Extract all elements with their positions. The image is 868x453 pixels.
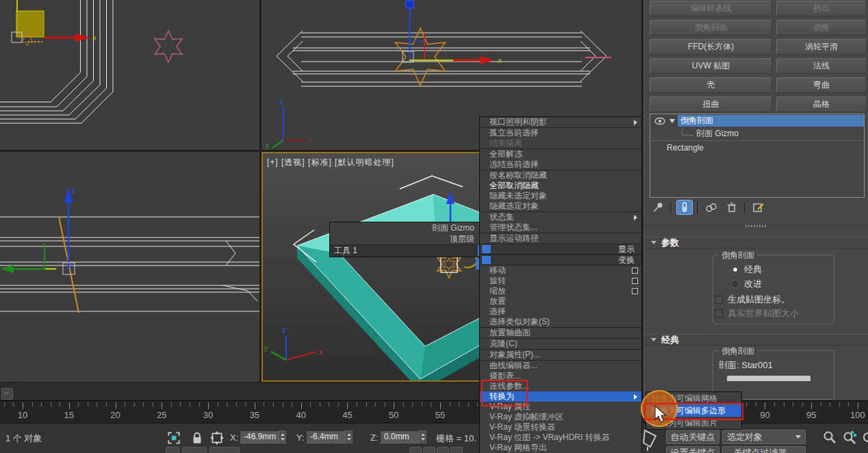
toggle-button-partial[interactable] (209, 447, 240, 453)
checkbox-generate-mapping[interactable]: 生成贴图坐标。 (715, 294, 790, 306)
toggle-button-partial[interactable] (182, 447, 207, 453)
viewport-shading-label[interactable]: [默认明暗处理] (335, 157, 394, 167)
pin-stack-button[interactable] (650, 200, 666, 215)
modifier-button[interactable]: 涡轮平滑 (776, 39, 867, 55)
checkbox-icon[interactable] (715, 296, 723, 304)
key-filters-button[interactable]: 关键点过滤器... (722, 446, 806, 453)
stack-item[interactable]: Rectangle (650, 140, 864, 154)
menu-item[interactable]: 冻结当前选择 (480, 159, 641, 170)
menu-item[interactable]: 孤立当前选择 (480, 127, 641, 138)
modifier-button[interactable]: 弯曲 (776, 77, 867, 93)
checkbox-icon[interactable] (715, 309, 723, 318)
z-coord-field[interactable]: 0.0mm (380, 430, 420, 443)
checkbox-real-world-map[interactable]: 真实世界贴图大小 (715, 307, 799, 320)
panel-splitter[interactable] (644, 226, 868, 229)
modifier-button[interactable]: 壳 (650, 77, 772, 93)
menu-item[interactable]: 状态集 (480, 211, 641, 222)
quad-menu-item[interactable]: 顶层级 (330, 233, 488, 244)
radio-icon[interactable] (731, 280, 739, 288)
modifier-button[interactable]: 倒角剖面 (650, 20, 772, 36)
stack-item[interactable]: 剖面 Gizmo (650, 127, 864, 140)
stack-item-label[interactable]: Rectangle (650, 143, 704, 153)
toggle-button-partial[interactable] (166, 447, 179, 453)
pick-profile-button-partial[interactable] (727, 376, 810, 381)
menu-item[interactable]: 放置轴曲面 (480, 327, 641, 338)
modifier-button[interactable]: 编辑样条线 (650, 1, 772, 16)
quad-display-header[interactable]: 显示 (480, 244, 641, 255)
modifier-button[interactable]: 倒角 (776, 20, 867, 36)
menu-item[interactable]: 克隆(C) (480, 338, 641, 349)
quad-transform-header[interactable]: 变换 (480, 255, 641, 266)
show-end-result-button[interactable] (676, 200, 693, 215)
rollout-classic[interactable]: 经典 (644, 334, 868, 346)
menu-item[interactable]: 视口照明和阴影 (480, 117, 641, 127)
x-coord-field[interactable]: -46.9mm (240, 430, 279, 443)
absolute-offset-mode-icon[interactable] (209, 430, 225, 445)
y-spinner[interactable] (345, 430, 353, 443)
menu-item[interactable]: 按名称取消隐藏 (480, 170, 641, 181)
viewport-bottom-left[interactable]: z (0, 152, 259, 382)
modifier-button[interactable]: 挤出 (776, 1, 867, 16)
stack-item-label[interactable]: 剖面 Gizmo (696, 128, 739, 140)
viewport-standard-label[interactable]: [标准] (308, 157, 332, 167)
menu-item[interactable]: 隐藏选定对象 (480, 201, 641, 211)
set-key-icon[interactable] (641, 429, 660, 451)
zoom-region-icon[interactable] (841, 430, 856, 445)
menu-item[interactable]: 全部解冻 (480, 148, 641, 159)
angle-snap-toggle-partial[interactable] (423, 447, 435, 453)
viewport-top-left[interactable]: x (0, 0, 259, 150)
rollout-parameters[interactable]: 参数 (644, 237, 868, 248)
auto-key-button[interactable]: 自动关键点 (666, 430, 719, 444)
radio-classic[interactable]: 经典 (731, 263, 762, 276)
mini-curve-editor-button[interactable] (1, 388, 13, 400)
radio-icon[interactable] (731, 266, 739, 274)
y-coord-field[interactable]: -6.4mm (306, 430, 346, 443)
selection-set-dropdown[interactable]: 选定对象 (722, 430, 806, 444)
viewport-pov-label[interactable]: [透视] (281, 157, 305, 167)
set-key-button[interactable]: 设置关键点 (666, 446, 719, 453)
menu-item[interactable]: 全部取消隐藏 (480, 181, 641, 191)
menu-item[interactable]: V-Ray 场景转换器 (480, 422, 641, 432)
z-spinner[interactable] (419, 430, 426, 443)
percent-snap-toggle-partial[interactable] (437, 447, 449, 453)
menu-item[interactable]: V-Ray 虚拟帧缓冲区 (480, 412, 641, 422)
menu-item[interactable]: 对象属性(P)... (480, 349, 641, 360)
pan-view-icon-partial[interactable] (860, 430, 868, 445)
menu-item[interactable]: 移动 (480, 266, 641, 276)
remove-modifier-button[interactable] (724, 200, 740, 215)
menu-item[interactable]: 放置 (480, 296, 641, 307)
menu-item[interactable]: 曲线编辑器... (480, 360, 641, 371)
menu-item[interactable]: 旋转 (480, 276, 641, 286)
selection-region-icon[interactable] (166, 430, 181, 445)
quad-menu-item[interactable]: 剖面 Gizmo (330, 222, 488, 233)
visibility-eye-icon[interactable] (654, 117, 665, 125)
make-unique-button[interactable] (703, 200, 719, 215)
menu-item[interactable]: 管理状态集... (480, 222, 641, 233)
configure-modifier-sets-button[interactable] (750, 200, 767, 215)
zoom-icon[interactable] (822, 430, 837, 445)
menu-item[interactable]: 选择 (480, 307, 641, 317)
menu-item[interactable]: V-Ray 网格导出 (480, 443, 641, 453)
snap-toggle-partial[interactable] (409, 447, 422, 453)
modifier-button[interactable]: FFD(长方体) (650, 39, 772, 55)
menu-item[interactable]: 缩放 (480, 286, 641, 296)
radio-improved[interactable]: 改进 (731, 278, 762, 290)
menu-item[interactable]: 显示运动路径 (480, 233, 641, 244)
viewport-menu-plus[interactable]: [+] (267, 157, 279, 167)
viewport-label[interactable]: [+] [透视] [标准] [默认明暗处理] (267, 157, 394, 168)
modifier-button[interactable]: 扭曲 (650, 96, 772, 112)
modifier-button[interactable]: UVW 贴图 (650, 58, 772, 74)
stack-item-label[interactable]: 倒角剖面 (678, 115, 864, 127)
menu-item[interactable]: 隐藏未选定对象 (480, 191, 641, 201)
quad-tools-header[interactable]: 工具 1 (330, 244, 488, 257)
x-spinner[interactable] (279, 430, 286, 443)
menu-item[interactable]: V-Ray 位图 -> VRayHDRI 转换器 (480, 432, 641, 443)
spinner-snap-toggle-partial[interactable] (450, 447, 463, 453)
menu-item[interactable]: 选择类似对象(S) (480, 317, 641, 327)
expand-caret-icon[interactable] (669, 119, 675, 123)
stack-item[interactable]: 倒角剖面 (650, 114, 864, 127)
menu-item[interactable]: 结束隔离 (480, 138, 641, 148)
modifier-button[interactable]: 晶格 (776, 96, 867, 112)
modifier-button[interactable]: 法线 (776, 58, 867, 74)
lock-selection-icon[interactable] (190, 430, 205, 445)
